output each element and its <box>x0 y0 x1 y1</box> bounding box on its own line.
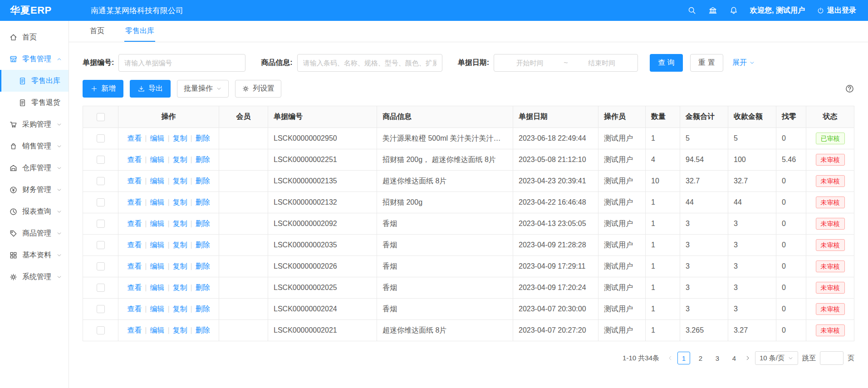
sidebar-item-home[interactable]: 首页 <box>0 26 69 48</box>
row-action-edit[interactable]: 编辑 <box>150 134 164 142</box>
row-action-view[interactable]: 查看 <box>127 284 142 291</box>
row-action-delete[interactable]: 删除 <box>196 156 210 163</box>
row-checkbox[interactable] <box>97 220 105 228</box>
row-action-copy[interactable]: 复制 <box>173 177 187 185</box>
row-action-copy[interactable]: 复制 <box>173 198 187 206</box>
logout-button[interactable]: 退出登录 <box>817 6 856 15</box>
row-action-delete[interactable]: 删除 <box>196 241 210 249</box>
expand-link[interactable]: 展开 <box>732 58 755 68</box>
sidebar-item-purchase[interactable]: 采购管理 <box>0 113 69 135</box>
row-action-edit[interactable]: 编辑 <box>150 156 164 163</box>
page-button-1[interactable]: 1 <box>677 352 690 364</box>
row-action-delete[interactable]: 删除 <box>196 284 210 291</box>
row-checkbox[interactable] <box>97 241 105 249</box>
prev-page-button[interactable] <box>667 355 673 361</box>
bill-no-input[interactable] <box>118 54 245 72</box>
cell-product: 香烟 <box>377 299 513 320</box>
row-action-copy[interactable]: 复制 <box>173 134 187 142</box>
export-button[interactable]: 导出 <box>130 80 171 98</box>
row-action-edit[interactable]: 编辑 <box>150 220 164 227</box>
row-action-copy[interactable]: 复制 <box>173 156 187 163</box>
row-action-view[interactable]: 查看 <box>127 326 142 334</box>
row-action-view[interactable]: 查看 <box>127 220 142 227</box>
row-action-delete[interactable]: 删除 <box>196 134 210 142</box>
tab-home[interactable]: 首页 <box>89 21 105 42</box>
table-row: 查看|编辑|复制|删除LSCK00000002035香烟2023-04-09 2… <box>83 235 854 256</box>
row-action-view[interactable]: 查看 <box>127 177 142 185</box>
sidebar-item-retail-return[interactable]: 零售退货 <box>0 92 69 113</box>
row-action-edit[interactable]: 编辑 <box>150 284 164 291</box>
row-action-copy[interactable]: 复制 <box>173 305 187 313</box>
next-page-button[interactable] <box>745 355 751 361</box>
cell-change: 0 <box>776 128 806 149</box>
cell-qty: 1 <box>646 213 680 235</box>
row-action-view[interactable]: 查看 <box>127 262 142 270</box>
add-button[interactable]: 新增 <box>83 80 123 98</box>
cell-actions: 查看|编辑|复制|删除 <box>118 256 219 277</box>
sidebar-item-finance[interactable]: 财务管理 <box>0 179 69 201</box>
row-checkbox[interactable] <box>97 134 105 142</box>
row-action-view[interactable]: 查看 <box>127 241 142 249</box>
row-action-view[interactable]: 查看 <box>127 156 142 163</box>
row-action-view[interactable]: 查看 <box>127 134 142 142</box>
start-date-input[interactable] <box>499 59 561 67</box>
search-icon[interactable] <box>687 6 696 15</box>
add-label: 新增 <box>101 84 116 93</box>
sidebar-item-basedata[interactable]: 基本资料 <box>0 244 69 266</box>
row-action-edit[interactable]: 编辑 <box>150 326 164 334</box>
row-checkbox[interactable] <box>97 156 105 164</box>
row-action-delete[interactable]: 删除 <box>196 326 210 334</box>
reset-button[interactable]: 重置 <box>690 54 723 72</box>
page-button-4[interactable]: 4 <box>728 352 740 364</box>
row-checkbox[interactable] <box>97 198 105 206</box>
row-action-delete[interactable]: 删除 <box>196 220 210 227</box>
row-checkbox[interactable] <box>97 262 105 270</box>
column-header: 状态 <box>806 106 854 128</box>
cell-received: 100 <box>728 149 776 171</box>
product-info-input[interactable] <box>297 54 442 72</box>
page-size-select[interactable]: 10 条/页 <box>755 351 798 365</box>
row-action-edit[interactable]: 编辑 <box>150 241 164 249</box>
sidebar-item-goods[interactable]: 商品管理 <box>0 222 69 244</box>
row-checkbox[interactable] <box>97 305 105 313</box>
row-checkbox[interactable] <box>97 284 105 292</box>
row-action-copy[interactable]: 复制 <box>173 284 187 291</box>
select-all-checkbox[interactable] <box>97 113 105 121</box>
row-action-delete[interactable]: 删除 <box>196 305 210 313</box>
cell-product: 香烟 <box>377 277 513 299</box>
end-date-input[interactable] <box>571 59 633 67</box>
divider: | <box>145 134 147 142</box>
page-button-2[interactable]: 2 <box>694 352 707 364</box>
jump-page-input[interactable] <box>820 351 843 365</box>
tab-retail-outbound[interactable]: 零售出库 <box>124 21 155 42</box>
sidebar-item-system[interactable]: 系统管理 <box>0 266 69 288</box>
sidebar-item-retail[interactable]: 零售管理 <box>0 48 69 70</box>
bell-icon[interactable] <box>729 6 738 15</box>
row-action-edit[interactable]: 编辑 <box>150 262 164 270</box>
row-action-view[interactable]: 查看 <box>127 198 142 206</box>
row-action-copy[interactable]: 复制 <box>173 262 187 270</box>
page-button-3[interactable]: 3 <box>711 352 724 364</box>
bank-icon[interactable] <box>708 6 717 15</box>
row-action-view[interactable]: 查看 <box>127 305 142 313</box>
row-checkbox[interactable] <box>97 326 105 334</box>
row-action-edit[interactable]: 编辑 <box>150 198 164 206</box>
row-action-copy[interactable]: 复制 <box>173 241 187 249</box>
row-action-edit[interactable]: 编辑 <box>150 177 164 185</box>
row-action-delete[interactable]: 删除 <box>196 198 210 206</box>
search-button[interactable]: 查询 <box>650 54 683 72</box>
row-action-copy[interactable]: 复制 <box>173 220 187 227</box>
sidebar-item-report[interactable]: 报表查询 <box>0 201 69 222</box>
row-checkbox[interactable] <box>97 177 105 185</box>
sidebar-item-retail-outbound[interactable]: 零售出库 <box>0 70 69 92</box>
row-action-edit[interactable]: 编辑 <box>150 305 164 313</box>
help-icon[interactable] <box>845 84 854 93</box>
row-action-copy[interactable]: 复制 <box>173 326 187 334</box>
column-settings-button[interactable]: 列设置 <box>235 80 281 98</box>
batch-actions-button[interactable]: 批量操作 <box>177 80 229 98</box>
date-range-picker[interactable]: ~ <box>494 54 638 72</box>
row-action-delete[interactable]: 删除 <box>196 262 210 270</box>
sidebar-item-warehouse[interactable]: 仓库管理 <box>0 157 69 179</box>
row-action-delete[interactable]: 删除 <box>196 177 210 185</box>
sidebar-item-sales[interactable]: 销售管理 <box>0 135 69 157</box>
